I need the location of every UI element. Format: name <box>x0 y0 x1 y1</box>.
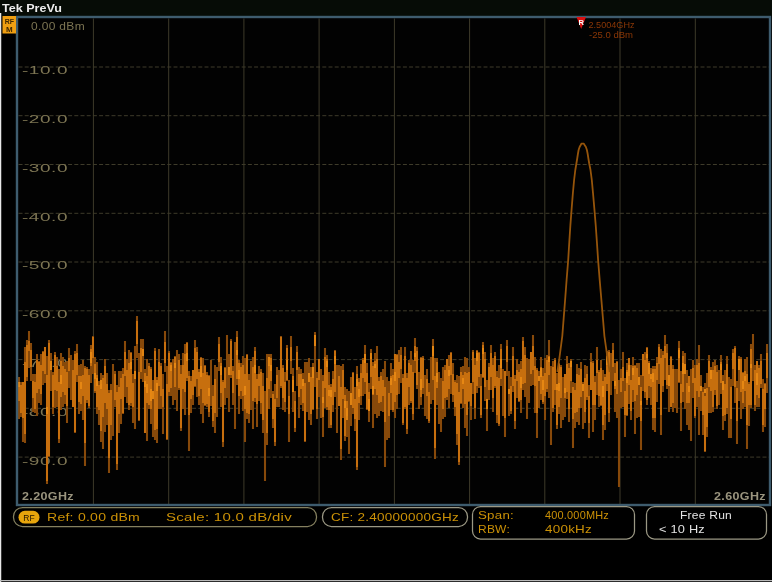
svg-text:Free Run: Free Run <box>680 509 732 521</box>
svg-text:2.60GHz: 2.60GHz <box>714 491 766 502</box>
svg-text:Tek PreVu: Tek PreVu <box>2 2 62 14</box>
svg-text:Scale: 10.0 dB/div: Scale: 10.0 dB/div <box>166 511 293 523</box>
svg-text:Ref: 0.00 dBm: Ref: 0.00 dBm <box>47 511 140 523</box>
svg-text:< 10 Hz: < 10 Hz <box>659 523 705 535</box>
svg-text:0.00 dBm: 0.00 dBm <box>31 20 85 32</box>
svg-text:-10.0: -10.0 <box>22 64 68 76</box>
svg-text:RF: RF <box>5 18 15 25</box>
svg-text:400.000MHz: 400.000MHz <box>545 509 609 521</box>
svg-text:-20.0: -20.0 <box>22 113 68 125</box>
svg-text:-90.0: -90.0 <box>22 455 68 467</box>
svg-text:-50.0: -50.0 <box>22 259 68 271</box>
svg-text:CF: 2.40000000GHz: CF: 2.40000000GHz <box>331 511 459 523</box>
svg-text:M: M <box>6 25 13 34</box>
svg-text:R: R <box>579 18 585 27</box>
svg-text:RBW:: RBW: <box>478 523 510 535</box>
svg-text:-30.0: -30.0 <box>22 162 68 174</box>
svg-text:-40.0: -40.0 <box>22 211 68 223</box>
svg-text:400kHz: 400kHz <box>545 523 592 535</box>
svg-text:-60.0: -60.0 <box>22 308 68 320</box>
svg-text:-25.0 dBm: -25.0 dBm <box>589 29 633 40</box>
svg-text:Span:: Span: <box>478 509 514 521</box>
svg-text:2.20GHz: 2.20GHz <box>22 491 74 502</box>
svg-text:RF: RF <box>23 513 35 523</box>
